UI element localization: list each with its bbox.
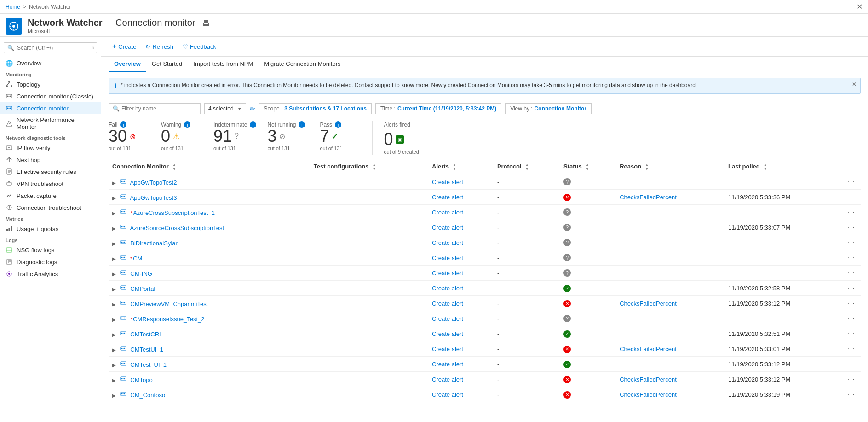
monitor-name-link[interactable]: BiDirectionalSylar [130, 240, 178, 247]
monitor-name-link[interactable]: CMTestCRI [130, 331, 161, 338]
sidebar-item-next-hop[interactable]: Next hop [0, 154, 101, 166]
sidebar-item-usage-quotas[interactable]: Usage + quotas [0, 223, 101, 235]
row-expand-button[interactable]: ▶ [112, 241, 116, 246]
create-alert-link[interactable]: Create alert [432, 315, 463, 322]
row-more-options-button[interactable]: ··· [846, 313, 857, 324]
monitor-name-link[interactable]: CMResponseIssue_Test_2 [133, 316, 204, 323]
col-test-configs[interactable]: Test configurations ▲▼ [310, 160, 428, 174]
sidebar-item-traffic-analytics[interactable]: Traffic Analytics [0, 268, 101, 280]
not-running-info-icon[interactable]: i [299, 121, 305, 128]
monitor-name-link[interactable]: CM [133, 255, 142, 262]
sidebar-item-topology[interactable]: Topology [0, 78, 101, 90]
row-more-options-button[interactable]: ··· [846, 344, 857, 354]
search-input[interactable] [4, 42, 97, 53]
create-alert-link[interactable]: Create alert [432, 285, 463, 292]
reason-link[interactable]: ChecksFailedPercent [620, 194, 677, 201]
row-more-options-button[interactable]: ··· [846, 298, 857, 308]
row-expand-button[interactable]: ▶ [112, 378, 116, 383]
row-expand-button[interactable]: ▶ [112, 196, 116, 201]
row-expand-button[interactable]: ▶ [112, 332, 116, 337]
col-alerts[interactable]: Alerts ▲▼ [428, 160, 494, 174]
row-more-options-button[interactable]: ··· [846, 192, 857, 202]
tab-overview[interactable]: Overview [109, 57, 146, 72]
row-expand-button[interactable]: ▶ [112, 256, 116, 261]
row-expand-button[interactable]: ▶ [112, 302, 116, 307]
row-expand-button[interactable]: ▶ [112, 393, 116, 398]
sidebar-item-overview[interactable]: 🌐 Overview [0, 57, 101, 69]
monitor-name-link[interactable]: AppGwTopoTest3 [130, 194, 177, 201]
sidebar-item-packet-capture[interactable]: Packet capture [0, 190, 101, 202]
monitor-name-link[interactable]: AppGwTopoTest2 [130, 179, 177, 186]
row-expand-button[interactable]: ▶ [112, 347, 116, 353]
create-alert-link[interactable]: Create alert [432, 391, 463, 398]
print-button[interactable]: 🖶 [202, 19, 210, 27]
row-expand-button[interactable]: ▶ [112, 211, 116, 216]
tab-migrate[interactable]: Migrate Connection Monitors [259, 57, 346, 72]
tab-import-tests[interactable]: Import tests from NPM [188, 57, 259, 72]
row-expand-button[interactable]: ▶ [112, 287, 116, 292]
col-reason[interactable]: Reason ▲▼ [616, 160, 724, 174]
create-alert-link[interactable]: Create alert [432, 376, 463, 383]
monitor-name-link[interactable]: CMPortal [130, 285, 155, 292]
collapse-sidebar-button[interactable]: « [91, 45, 94, 51]
row-more-options-button[interactable]: ··· [846, 283, 857, 293]
monitor-name-link[interactable]: CMPreviewVM_ChparimiTest [130, 301, 208, 307]
refresh-button[interactable]: ↻ Refresh [142, 41, 177, 52]
col-last-polled[interactable]: Last polled ▲▼ [724, 160, 842, 174]
row-more-options-button[interactable]: ··· [846, 329, 857, 339]
create-alert-link[interactable]: Create alert [432, 194, 463, 201]
row-more-options-button[interactable]: ··· [846, 222, 857, 232]
column-selector-dropdown[interactable]: 4 selected ▼ [204, 103, 246, 114]
edit-scope-icon[interactable]: ✏ [250, 105, 255, 112]
row-more-options-button[interactable]: ··· [846, 359, 857, 369]
monitor-name-link[interactable]: AzureCrossSubscriptionTest_1 [133, 209, 215, 216]
scope-button[interactable]: Scope : 3 Subscriptions & 17 Locations [259, 103, 372, 114]
create-alert-link[interactable]: Create alert [432, 224, 463, 231]
create-alert-link[interactable]: Create alert [432, 300, 463, 307]
pass-info-icon[interactable]: i [335, 121, 341, 128]
create-alert-link[interactable]: Create alert [432, 209, 463, 216]
warning-info-icon[interactable]: i [184, 121, 190, 128]
sidebar-item-connection-monitor-classic[interactable]: Connection monitor (Classic) [0, 90, 101, 102]
sidebar-item-network-performance-monitor[interactable]: Network Performance Monitor [0, 114, 101, 133]
monitor-name-link[interactable]: CM_Contoso [130, 392, 165, 399]
create-alert-link[interactable]: Create alert [432, 254, 463, 261]
sidebar-item-connection-monitor[interactable]: Connection monitor [0, 102, 101, 114]
create-alert-link[interactable]: Create alert [432, 330, 463, 337]
row-more-options-button[interactable]: ··· [846, 207, 857, 217]
time-button[interactable]: Time : Current Time (11/19/2020, 5:33:42… [375, 103, 501, 114]
row-more-options-button[interactable]: ··· [846, 237, 857, 248]
indeterminate-info-icon[interactable]: i [250, 121, 256, 128]
monitor-name-link[interactable]: CMTest_UI_1 [130, 361, 167, 368]
col-name[interactable]: Connection Monitor ▲▼ [109, 160, 310, 174]
row-more-options-button[interactable]: ··· [846, 374, 857, 384]
sidebar-item-diagnostic-logs[interactable]: Diagnostic logs [0, 256, 101, 268]
monitor-name-link[interactable]: AzureSourceCrossSubscriptionTest [130, 225, 224, 231]
create-alert-link[interactable]: Create alert [432, 346, 463, 353]
sidebar-item-nsg-flow-logs[interactable]: NSG flow logs [0, 244, 101, 256]
row-expand-button[interactable]: ▶ [112, 226, 116, 231]
col-status[interactable]: Status ▲▼ [560, 160, 616, 174]
feedback-button[interactable]: ♡ Feedback [179, 41, 220, 52]
filter-input-container[interactable]: 🔍 [109, 103, 201, 114]
create-alert-link[interactable]: Create alert [432, 270, 463, 277]
row-expand-button[interactable]: ▶ [112, 180, 116, 185]
reason-link[interactable]: ChecksFailedPercent [620, 346, 677, 353]
row-more-options-button[interactable]: ··· [846, 389, 857, 399]
sidebar-item-connection-troubleshoot[interactable]: Connection troubleshoot [0, 202, 101, 214]
create-alert-link[interactable]: Create alert [432, 239, 463, 246]
create-alert-link[interactable]: Create alert [432, 361, 463, 368]
col-protocol[interactable]: Protocol ▲▼ [494, 160, 560, 174]
row-more-options-button[interactable]: ··· [846, 177, 857, 187]
sidebar-item-vpn-troubleshoot[interactable]: VPN troubleshoot [0, 178, 101, 190]
tab-get-started[interactable]: Get Started [146, 57, 188, 72]
create-alert-link[interactable]: Create alert [432, 179, 463, 185]
filter-by-name-input[interactable] [121, 105, 195, 112]
row-more-options-button[interactable]: ··· [846, 268, 857, 278]
row-expand-button[interactable]: ▶ [112, 317, 116, 322]
banner-close-button[interactable]: ✕ [852, 81, 857, 87]
row-expand-button[interactable]: ▶ [112, 272, 116, 277]
sidebar-item-ip-flow-verify[interactable]: IP flow verify [0, 142, 101, 154]
sidebar-item-effective-security-rules[interactable]: Effective security rules [0, 166, 101, 178]
reason-link[interactable]: ChecksFailedPercent [620, 391, 677, 398]
